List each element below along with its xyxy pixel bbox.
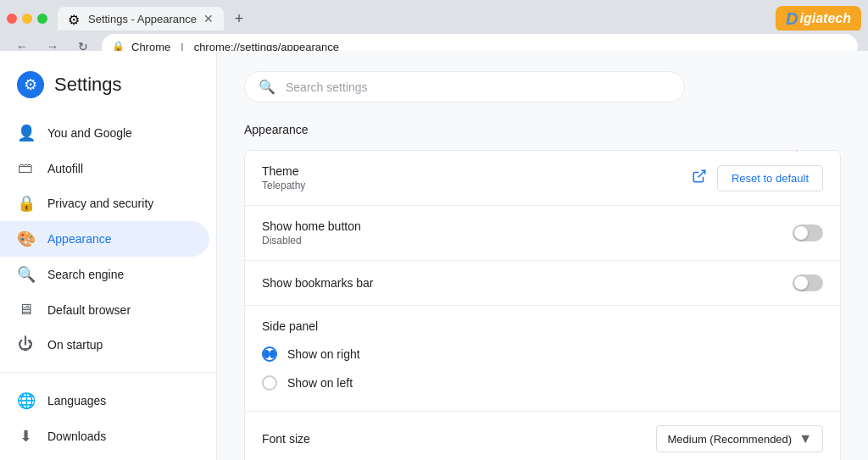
tab-title: Settings - Appearance — [88, 13, 197, 25]
side-panel-label: Side panel — [262, 319, 318, 333]
main-content: 🔍 Appearance Theme Telepathy — [217, 51, 868, 460]
sidebar-label-languages: Languages — [47, 394, 106, 407]
tab-favicon: ⚙ — [68, 12, 81, 25]
sidebar-divider — [0, 372, 216, 373]
sidebar-item-appearance[interactable]: 🎨 Appearance — [0, 221, 209, 257]
person-icon: 👤 — [17, 124, 34, 142]
show-bookmarks-bar-control — [793, 274, 823, 291]
languages-icon: 🌐 — [17, 391, 34, 410]
font-size-row: Font size Medium (Recommended) ▼ — [245, 412, 840, 460]
theme-info: Theme Telepathy — [262, 164, 692, 191]
browser-icon: 🖥 — [17, 301, 34, 319]
show-bookmarks-bar-label: Show bookmarks bar — [262, 276, 793, 290]
autofill-icon: 🗃 — [17, 159, 34, 177]
sidebar-item-you-and-google[interactable]: 👤 You and Google — [0, 115, 209, 151]
font-size-info: Font size — [262, 432, 656, 446]
active-tab[interactable]: ⚙ Settings - Appearance ✕ — [58, 7, 224, 30]
search-input[interactable] — [286, 80, 670, 94]
show-home-button-sublabel: Disabled — [262, 235, 793, 247]
sidebar-label-downloads: Downloads — [47, 430, 106, 443]
search-sidebar-icon: 🔍 — [17, 265, 34, 284]
red-arrow — [713, 150, 815, 172]
sidebar-label-you-and-google: You and Google — [47, 126, 132, 140]
app-layout: ⚙ Settings 👤 You and Google 🗃 Autofill 🔒… — [0, 51, 868, 460]
theme-value: Telepathy — [262, 180, 692, 191]
sidebar-label-on-startup: On startup — [47, 338, 103, 352]
font-size-value: Medium (Recommended) — [667, 433, 792, 446]
sidebar: ⚙ Settings 👤 You and Google 🗃 Autofill 🔒… — [0, 51, 217, 460]
sidebar-label-autofill: Autofill — [47, 162, 83, 175]
settings-avatar: ⚙ — [17, 71, 44, 98]
side-panel-options: Show on right Show on left — [262, 340, 823, 397]
radio-show-on-left[interactable]: Show on left — [262, 369, 823, 397]
settings-title: Settings — [54, 74, 122, 96]
sidebar-item-on-startup[interactable]: ⏻ On startup — [0, 327, 209, 362]
side-panel-row: Side panel Show on right Show on left — [245, 306, 840, 412]
sidebar-item-search-engine[interactable]: 🔍 Search engine — [0, 257, 209, 292]
sidebar-item-default-browser[interactable]: 🖥 Default browser — [0, 292, 209, 327]
lock-sidebar-icon: 🔒 — [17, 194, 34, 213]
new-tab-button[interactable]: + — [227, 7, 251, 30]
show-bookmarks-bar-toggle[interactable] — [793, 274, 823, 291]
digiatech-logo: D igiatech — [776, 6, 861, 32]
tab-close-icon[interactable]: ✕ — [203, 12, 214, 25]
sidebar-item-autofill[interactable]: 🗃 Autofill — [0, 151, 209, 186]
sidebar-label-appearance: Appearance — [47, 232, 112, 246]
traffic-lights — [7, 14, 47, 24]
appearance-icon: 🎨 — [17, 230, 34, 248]
settings-card: Theme Telepathy Reset to default — [244, 150, 841, 460]
tab-bar: ⚙ Settings - Appearance ✕ + D igiatech — [0, 0, 868, 30]
show-bookmarks-bar-row: Show bookmarks bar — [245, 261, 840, 306]
show-home-button-toggle[interactable] — [793, 224, 823, 241]
theme-label: Theme — [262, 164, 692, 178]
radio-label-left: Show on left — [287, 376, 353, 390]
sidebar-item-privacy-security[interactable]: 🔒 Privacy and security — [0, 186, 209, 221]
maximize-button[interactable] — [37, 14, 47, 24]
sidebar-label-search: Search engine — [47, 268, 124, 281]
browser-chrome: ⚙ Settings - Appearance ✕ + D igiatech ←… — [0, 0, 868, 51]
show-home-button-label: Show home button — [262, 219, 793, 233]
search-bar[interactable]: 🔍 — [244, 71, 685, 103]
sidebar-label-privacy: Privacy and security — [47, 197, 153, 210]
sidebar-section-advanced: 🌐 Languages ⬇ Downloads ♿ Accessibility … — [0, 380, 216, 460]
radio-label-right: Show on right — [287, 347, 360, 361]
font-size-control: Medium (Recommended) ▼ — [656, 425, 823, 452]
radio-circle-right — [262, 346, 277, 362]
section-title: Appearance — [244, 123, 841, 136]
sidebar-label-default-browser: Default browser — [47, 303, 131, 317]
minimize-button[interactable] — [22, 14, 32, 24]
font-size-dropdown[interactable]: Medium (Recommended) ▼ — [656, 425, 823, 452]
svg-line-1 — [698, 170, 704, 177]
sidebar-item-accessibility[interactable]: ♿ Accessibility — [0, 454, 209, 460]
sidebar-section-main: 👤 You and Google 🗃 Autofill 🔒 Privacy an… — [0, 112, 216, 365]
startup-icon: ⏻ — [17, 335, 34, 353]
downloads-icon: ⬇ — [17, 427, 34, 446]
show-home-button-control — [793, 224, 823, 241]
sidebar-item-languages[interactable]: 🌐 Languages — [0, 383, 209, 418]
show-bookmarks-bar-info: Show bookmarks bar — [262, 276, 793, 290]
dropdown-arrow-icon: ▼ — [798, 431, 812, 446]
font-size-label: Font size — [262, 432, 656, 446]
show-home-button-info: Show home button Disabled — [262, 219, 793, 247]
sidebar-item-downloads[interactable]: ⬇ Downloads — [0, 418, 209, 454]
radio-show-on-right[interactable]: Show on right — [262, 340, 823, 369]
show-home-button-row: Show home button Disabled — [245, 206, 840, 261]
theme-external-link-button[interactable] — [692, 169, 707, 188]
search-icon: 🔍 — [259, 79, 275, 95]
settings-header: ⚙ Settings — [0, 64, 216, 112]
radio-circle-left — [262, 375, 277, 391]
close-button[interactable] — [7, 14, 17, 24]
